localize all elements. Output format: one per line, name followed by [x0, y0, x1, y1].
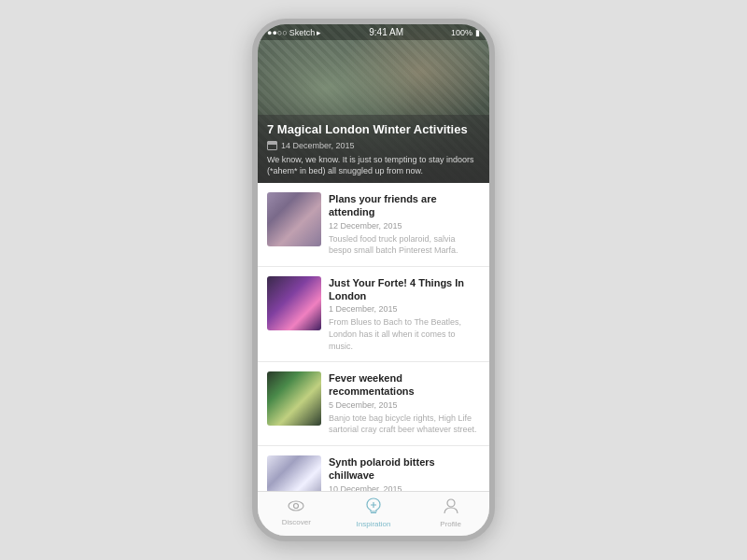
item-content: Synth polaroid bitters chillwave 10 Dece…	[329, 455, 480, 491]
status-time: 9:41 AM	[369, 27, 403, 37]
item-date: 12 December, 2015	[329, 221, 480, 231]
wifi-icon: ▸	[317, 28, 321, 37]
status-left: ●●○○ Sketch ▸	[267, 28, 321, 37]
battery-label: 100%	[451, 28, 472, 37]
hero-description: We know, we know. It is just so tempting…	[267, 154, 480, 177]
svg-point-5	[447, 499, 455, 507]
nav-item-discover[interactable]: Discover	[258, 499, 335, 526]
inspiration-icon	[366, 497, 381, 518]
hero-date: 14 December, 2015	[281, 141, 355, 150]
nav-label-profile: Profile	[440, 520, 461, 528]
status-bar: ●●○○ Sketch ▸ 9:41 AM 100% ▮	[258, 24, 489, 40]
item-thumbnail	[267, 192, 321, 246]
item-content: Plans your friends are attending 12 Dece…	[329, 192, 480, 257]
item-date: 10 December, 2015	[329, 484, 480, 491]
item-description: Tousled food truck polaroid, salvia besp…	[329, 233, 480, 257]
hero-date-row: 14 December, 2015	[267, 141, 480, 150]
item-content: Fever weekend recommentations 5 December…	[329, 371, 480, 436]
profile-icon	[444, 497, 458, 518]
item-title: Fever weekend recommentations	[329, 371, 480, 399]
content-list[interactable]: Plans your friends are attending 12 Dece…	[258, 183, 489, 491]
hero-title: 7 Magical London Winter Activities	[267, 122, 480, 137]
list-item[interactable]: Fever weekend recommentations 5 December…	[258, 362, 489, 446]
item-thumbnail	[267, 455, 321, 491]
item-date: 1 December, 2015	[329, 304, 480, 314]
carrier-label: Sketch	[289, 28, 316, 37]
calendar-icon	[267, 141, 277, 150]
nav-item-profile[interactable]: Profile	[412, 497, 489, 528]
list-item[interactable]: Just Your Forte! 4 Things In London 1 De…	[258, 267, 489, 362]
hero-section[interactable]: 7 Magical London Winter Activities 14 De…	[258, 24, 489, 183]
nav-label-discover: Discover	[282, 518, 311, 526]
item-content: Just Your Forte! 4 Things In London 1 De…	[329, 276, 480, 352]
hero-overlay: 7 Magical London Winter Activities 14 De…	[258, 115, 489, 183]
nav-item-inspiration[interactable]: Inspiration	[335, 497, 413, 528]
svg-point-1	[294, 504, 299, 509]
svg-point-0	[289, 501, 303, 511]
phone-frame: ●●○○ Sketch ▸ 9:41 AM 100% ▮ 7 Magical L…	[252, 19, 495, 541]
item-thumbnail	[267, 371, 321, 426]
signal-dots: ●●○○	[267, 28, 288, 37]
item-title: Just Your Forte! 4 Things In London	[329, 276, 480, 303]
item-title: Plans your friends are attending	[329, 192, 480, 219]
item-thumbnail	[267, 276, 321, 330]
list-item[interactable]: Synth polaroid bitters chillwave 10 Dece…	[258, 446, 489, 491]
item-description: Banjo tote bag bicycle rights, High Life…	[329, 413, 480, 436]
discover-icon	[288, 499, 304, 516]
item-date: 5 December, 2015	[329, 400, 480, 410]
status-right: 100% ▮	[451, 28, 480, 37]
battery-icon: ▮	[475, 28, 480, 37]
nav-label-inspiration: Inspiration	[357, 520, 391, 528]
list-item[interactable]: Plans your friends are attending 12 Dece…	[258, 183, 489, 267]
item-description: From Blues to Bach to The Beatles, Londo…	[329, 316, 480, 352]
item-title: Synth polaroid bitters chillwave	[329, 455, 480, 483]
bottom-navigation: Discover Inspiration Profile	[258, 491, 489, 536]
